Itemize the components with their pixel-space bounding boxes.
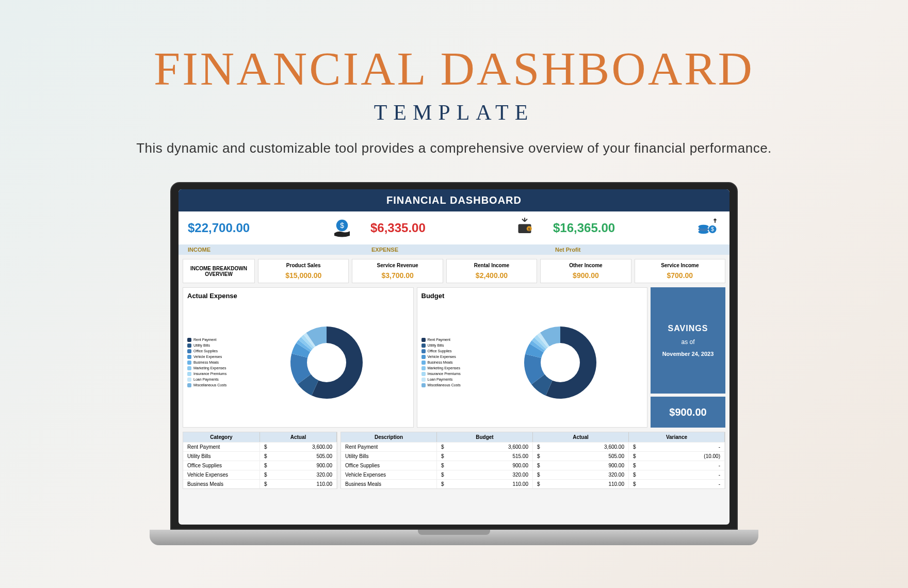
coins-icon: $ [694,218,720,238]
variance-table: DescriptionBudgetActualVariance Rent Pay… [340,432,725,489]
breakdown-card: Service Income$700.00 [635,259,725,283]
svg-text:$: $ [340,222,344,230]
svg-text:$: $ [711,226,714,232]
breakdown-card: Product Sales$15,000.00 [258,259,349,283]
hero-subtitle: TEMPLATE [374,100,534,125]
actual-expense-chart: Actual Expense Rent PaymentUtility Bills… [183,287,414,428]
laptop-mockup: FINANCIAL DASHBOARD $22,700.00 $ $6,335.… [170,182,738,545]
category-table: CategoryActual Rent Payment$3,600.00Util… [183,432,337,489]
breakdown-card: Other Income$900.00 [540,259,631,283]
money-bag-icon: $ [329,218,355,238]
income-value: $22,700.00 [188,221,314,235]
netprofit-label: Net Profit [546,244,729,255]
svg-point-7 [699,225,709,229]
hero-description: This dynamic and customizable tool provi… [136,140,772,156]
breakdown-card: Rental Income$2,400.00 [446,259,537,283]
income-label: INCOME [179,244,362,255]
hero-title: FINANCIAL DASHBOARD [154,41,754,96]
savings-card: SAVINGS as of November 24, 2023 [651,287,725,394]
breakdown-card: Service Revenue$3,700.00 [352,259,443,283]
budget-chart: Budget Rent PaymentUtility BillsOffice S… [417,287,648,428]
netprofit-value: $16,365.00 [553,221,679,235]
expense-value: $6,335.00 [370,221,496,235]
dashboard-header: FINANCIAL DASHBOARD [179,189,729,211]
wallet-icon: $ [512,218,538,238]
breakdown-title: INCOME BREAKDOWN OVERVIEW [183,259,255,283]
savings-amount: $900.00 [651,397,725,428]
expense-label: EXPENSE [362,244,546,255]
svg-point-11 [541,343,580,382]
svg-point-10 [307,343,346,382]
